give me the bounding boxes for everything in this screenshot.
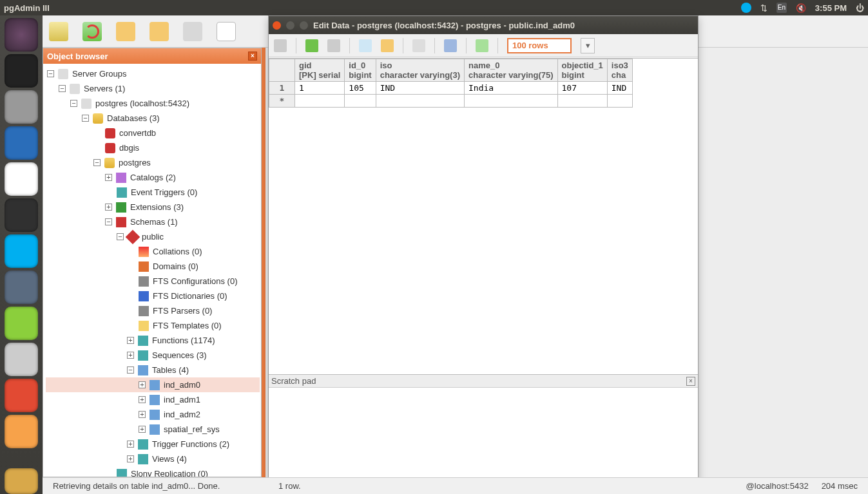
close-panel-icon[interactable]: × xyxy=(248,52,257,61)
camera-icon[interactable] xyxy=(5,343,38,376)
col-header-iso[interactable]: isocharacter varying(3) xyxy=(376,59,464,82)
expand-icon[interactable]: + xyxy=(105,174,112,181)
cell-id0[interactable]: 105 xyxy=(345,82,376,95)
expand-icon[interactable]: + xyxy=(127,352,134,359)
tree-slony[interactable]: Slony Replication (0) xyxy=(131,469,208,477)
trash-icon[interactable] xyxy=(5,468,38,494)
tree-databases[interactable]: Databases (3) xyxy=(107,113,160,123)
undo-icon[interactable] xyxy=(305,39,318,52)
collapse-icon[interactable]: − xyxy=(59,85,66,92)
tree-fts-parsers[interactable]: FTS Parsers (0) xyxy=(153,306,212,316)
window-minimize-icon[interactable] xyxy=(286,21,294,30)
tree-table-ind-adm1[interactable]: ind_adm1 xyxy=(164,395,200,404)
cell-objectid1[interactable]: 107 xyxy=(557,82,607,95)
tree-table-spatial-ref-sys[interactable]: spatial_ref_sys xyxy=(164,424,220,434)
row-limit-input[interactable]: 100 rows xyxy=(507,38,572,53)
tree-functions[interactable]: Functions (1174) xyxy=(152,336,215,345)
app-red-icon[interactable] xyxy=(5,379,38,412)
corner-header[interactable] xyxy=(269,59,295,82)
skype-indicator-icon[interactable] xyxy=(741,3,751,13)
collapse-icon[interactable]: − xyxy=(93,159,101,166)
tree-extensions[interactable]: Extensions (3) xyxy=(130,202,184,212)
tree-fts-templates[interactable]: FTS Templates (0) xyxy=(153,321,222,330)
atom-icon[interactable] xyxy=(5,198,38,232)
expand-icon[interactable]: + xyxy=(127,441,134,448)
copy-icon[interactable] xyxy=(359,39,372,52)
col-header-objectid1[interactable]: objectid_1bigint xyxy=(557,59,607,82)
tree-domains[interactable]: Domains (0) xyxy=(153,261,198,271)
object-tree[interactable]: −Server Groups −Servers (1) −postgres (l… xyxy=(43,64,261,477)
keyboard-layout-indicator[interactable]: En xyxy=(776,3,787,13)
redo-icon[interactable] xyxy=(327,39,340,52)
close-scratch-icon[interactable]: × xyxy=(686,377,695,386)
col-header-gid[interactable]: gid[PK] serial xyxy=(295,59,345,82)
tree-catalogs[interactable]: Catalogs (2) xyxy=(130,173,176,182)
collapse-icon[interactable]: − xyxy=(82,115,89,122)
chrome-icon[interactable] xyxy=(5,162,38,196)
dash-icon[interactable] xyxy=(5,18,38,52)
tree-schemas[interactable]: Schemas (1) xyxy=(130,217,178,227)
help-icon[interactable] xyxy=(476,39,488,52)
save-icon[interactable] xyxy=(274,39,287,52)
expand-icon[interactable]: + xyxy=(139,426,146,433)
tree-db-dbgis[interactable]: dbgis xyxy=(119,143,139,153)
drop-icon[interactable] xyxy=(183,22,202,41)
session-icon[interactable]: ⏻ xyxy=(856,3,864,13)
writer-icon[interactable] xyxy=(5,126,38,160)
filter-icon[interactable] xyxy=(444,39,457,52)
collapse-icon[interactable]: − xyxy=(117,233,124,240)
edit-window-titlebar[interactable]: Edit Data - postgres (localhost:5432) - … xyxy=(269,16,698,34)
panel-splitter[interactable] xyxy=(262,48,265,477)
tree-collations[interactable]: Collations (0) xyxy=(153,247,202,256)
tree-db-convertdb[interactable]: convertdb xyxy=(119,128,156,138)
tree-event-triggers[interactable]: Event Triggers (0) xyxy=(131,187,197,197)
tree-table-ind-adm2[interactable]: ind_adm2 xyxy=(164,410,200,419)
expand-icon[interactable]: + xyxy=(139,381,146,388)
sound-icon[interactable]: 🔇 xyxy=(796,3,806,13)
expand-icon[interactable]: + xyxy=(139,411,146,418)
col-header-id0[interactable]: id_0bigint xyxy=(345,59,376,82)
tree-fts-configurations[interactable]: FTS Configurations (0) xyxy=(153,276,238,286)
network-icon[interactable]: ⇅ xyxy=(760,3,767,13)
expand-icon[interactable]: + xyxy=(127,337,134,344)
row-number-new[interactable]: * xyxy=(269,95,295,108)
paste-icon[interactable] xyxy=(381,39,394,52)
cell-name0[interactable]: India xyxy=(464,82,557,95)
skype-icon[interactable] xyxy=(5,234,38,268)
refresh-icon[interactable] xyxy=(82,22,102,41)
delete-icon[interactable] xyxy=(412,39,425,52)
clock[interactable]: 3:55 PM xyxy=(815,3,847,13)
tree-db-postgres[interactable]: postgres xyxy=(119,158,151,167)
tree-sequences[interactable]: Sequences (3) xyxy=(152,350,207,360)
collapse-icon[interactable]: − xyxy=(105,218,112,225)
window-close-icon[interactable] xyxy=(273,21,281,30)
properties-icon[interactable] xyxy=(116,22,135,41)
row-limit-dropdown-icon[interactable]: ▾ xyxy=(581,38,595,53)
cell-iso3[interactable]: IND xyxy=(607,82,632,95)
collapse-icon[interactable]: − xyxy=(127,366,134,374)
app-green-icon[interactable] xyxy=(5,307,38,340)
window-maximize-icon[interactable] xyxy=(300,21,308,30)
sql-icon[interactable] xyxy=(217,22,236,41)
tree-servers[interactable]: Servers (1) xyxy=(84,84,125,93)
connect-icon[interactable] xyxy=(49,22,68,41)
col-header-iso3[interactable]: iso3cha xyxy=(607,59,632,82)
pgadmin-icon[interactable] xyxy=(5,271,38,304)
files-icon[interactable] xyxy=(5,90,38,124)
tree-server-groups[interactable]: Server Groups xyxy=(72,69,127,79)
tree-trigger-functions[interactable]: Trigger Functions (2) xyxy=(152,439,229,449)
row-number[interactable]: 1 xyxy=(269,82,295,95)
terminal-icon[interactable] xyxy=(5,54,38,88)
cell-gid[interactable]: 1 xyxy=(295,82,345,95)
tree-views[interactable]: Views (4) xyxy=(152,454,187,464)
cell-iso[interactable]: IND xyxy=(376,82,464,95)
new-row[interactable]: * xyxy=(269,95,633,108)
expand-icon[interactable]: + xyxy=(139,396,146,403)
tree-tables[interactable]: Tables (4) xyxy=(152,365,189,375)
data-grid[interactable]: gid[PK] serial id_0bigint isocharacter v… xyxy=(269,58,698,374)
tree-fts-dictionaries[interactable]: FTS Dictionaries (0) xyxy=(153,291,227,301)
expand-icon[interactable]: + xyxy=(127,455,134,462)
col-header-name0[interactable]: name_0character varying(75) xyxy=(464,59,557,82)
collapse-icon[interactable]: − xyxy=(70,100,77,107)
tree-table-ind-adm0[interactable]: ind_adm0 xyxy=(164,380,200,390)
